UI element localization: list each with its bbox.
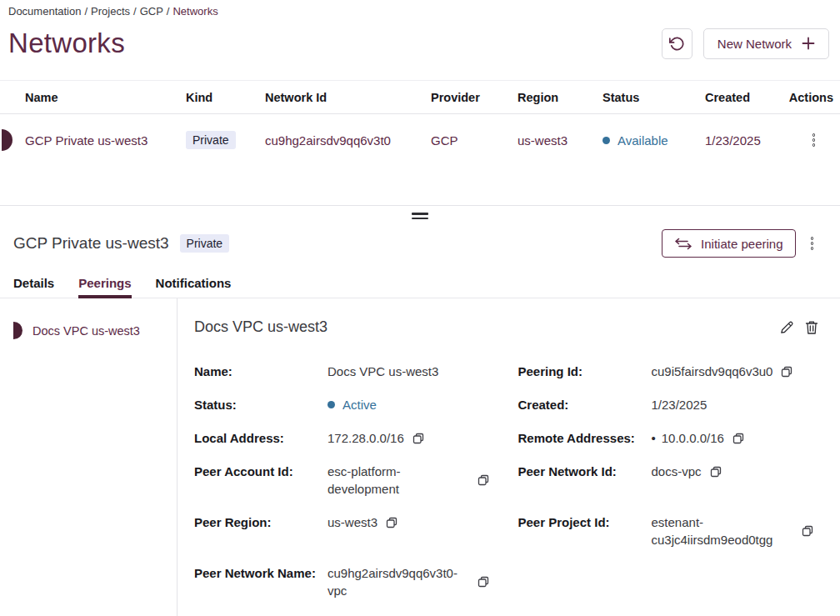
trash-icon: [805, 320, 818, 335]
delete-button[interactable]: [805, 320, 818, 335]
new-network-button[interactable]: New Network: [703, 28, 829, 59]
peering-fields-grid: Name: Docs VPC us-west3 Peering Id: cu9i…: [194, 363, 818, 599]
field-label: Local Address:: [194, 429, 322, 447]
table-header-row: Name Kind Network Id Provider Region Sta…: [0, 80, 840, 114]
field-peer-project-id: Peer Project Id: estenant-cu3jc4iirsdm9e…: [518, 513, 819, 548]
list-bullet: •: [652, 429, 656, 447]
initiate-peering-label: Initiate peering: [701, 237, 782, 251]
field-value: Active: [342, 396, 377, 413]
field-local-address: Local Address: 172.28.0.0/16: [194, 429, 495, 447]
tab-peerings[interactable]: Peerings: [78, 276, 131, 298]
column-header-region: Region: [518, 91, 602, 104]
toolbar: New Network: [662, 28, 829, 59]
edit-pencil-icon: [779, 320, 794, 335]
edit-button[interactable]: [779, 320, 794, 335]
sidebar-item-docs-vpc[interactable]: Docs VPC us-west3: [0, 322, 177, 339]
peerings-sidebar: Docs VPC us-west3: [0, 298, 178, 616]
column-header-status: Status: [602, 91, 705, 104]
field-label: Remote Addresses:: [518, 429, 647, 447]
field-peer-network-id: Peer Network Id: docs-vpc: [518, 463, 819, 498]
breadcrumb-gcp[interactable]: GCP: [140, 5, 163, 18]
network-name-cell[interactable]: GCP Private us-west3: [0, 129, 186, 151]
field-name: Name: Docs VPC us-west3: [194, 363, 495, 380]
detail-kind-badge: Private: [180, 234, 230, 253]
sidebar-item-label: Docs VPC us-west3: [32, 324, 140, 338]
breadcrumb-separator: /: [167, 5, 170, 18]
field-created: Created: 1/23/2025: [518, 396, 819, 413]
network-status-cell: Available: [602, 133, 705, 148]
column-header-network-id: Network Id: [265, 91, 431, 104]
copy-icon[interactable]: [732, 433, 744, 444]
detail-title-wrap: GCP Private us-west3 Private: [13, 234, 229, 253]
copy-icon[interactable]: [710, 466, 722, 478]
network-kind-cell: Private: [186, 131, 265, 149]
plus-icon: [802, 37, 815, 50]
field-value: us-west3: [328, 513, 378, 531]
column-header-kind: Kind: [186, 91, 265, 104]
network-actions-cell: [787, 130, 840, 150]
copy-icon[interactable]: [412, 433, 424, 444]
spacer: [0, 166, 840, 205]
network-created-cell: 1/23/2025: [705, 133, 787, 148]
column-header-provider: Provider: [431, 91, 518, 104]
field-label: Peer Network Id:: [518, 463, 647, 480]
network-region-cell: us-west3: [518, 133, 602, 148]
new-network-label: New Network: [718, 37, 792, 51]
field-label: Created:: [518, 396, 647, 413]
breadcrumb-separator: /: [133, 5, 137, 18]
status-dot-icon: [328, 401, 335, 408]
tab-notifications[interactable]: Notifications: [156, 276, 232, 298]
initiate-peering-button[interactable]: Initiate peering: [662, 229, 795, 258]
field-value: cu9i5fairsdv9qq6v3u0: [652, 363, 773, 380]
tab-details[interactable]: Details: [13, 276, 54, 298]
field-label: Name:: [194, 363, 322, 380]
field-value: 172.28.0.0/16: [328, 429, 404, 447]
field-value: esc-platform-development: [328, 463, 469, 498]
copy-icon[interactable]: [781, 366, 792, 378]
table-row[interactable]: GCP Private us-west3 Private cu9hg2airsd…: [0, 114, 840, 166]
refresh-button[interactable]: [662, 28, 692, 59]
status-dot-icon: [602, 137, 610, 144]
network-provider-cell: GCP: [431, 133, 518, 148]
field-label: Status:: [194, 396, 322, 413]
breadcrumb-documentation[interactable]: Documentation: [8, 5, 81, 18]
kind-badge: Private: [186, 131, 236, 149]
copy-icon[interactable]: [478, 474, 489, 486]
field-label: Peer Network Name:: [194, 564, 322, 582]
breadcrumb: Documentation/Projects/GCP/Networks: [8, 5, 829, 18]
networks-table: Name Kind Network Id Provider Region Sta…: [0, 80, 840, 166]
copy-icon[interactable]: [386, 517, 398, 528]
copy-icon[interactable]: [802, 525, 813, 537]
field-status: Status: Active: [194, 396, 495, 413]
peering-detail-content: Docs VPC us-west3 Name: Docs VPC us-west…: [178, 298, 840, 616]
peering-title: Docs VPC us-west3: [194, 318, 328, 336]
peering-actions: [779, 320, 818, 335]
detail-header-actions: Initiate peering: [662, 229, 817, 258]
detail-tabs: Details Peerings Notifications: [0, 276, 840, 298]
top-section: Documentation/Projects/GCP/Networks Netw…: [0, 0, 840, 62]
field-empty: [518, 564, 819, 599]
peering-half-circle-icon: [13, 322, 22, 339]
column-header-created: Created: [705, 91, 787, 104]
drag-handle-icon[interactable]: [412, 213, 428, 219]
breadcrumb-current: Networks: [172, 5, 218, 18]
breadcrumb-separator: /: [84, 5, 88, 18]
field-value: 10.0.0.0/16: [662, 429, 724, 447]
field-label: Peer Region:: [194, 513, 322, 531]
field-remote-addresses: Remote Addresses: • 10.0.0.0/16: [518, 429, 819, 447]
field-value: docs-vpc: [652, 463, 702, 480]
detail-header: GCP Private us-west3 Private Initiate pe…: [0, 229, 840, 258]
row-kebab-menu-icon[interactable]: [809, 130, 819, 150]
field-peer-region: Peer Region: us-west3: [194, 513, 495, 548]
peerings-panes: Docs VPC us-west3 Docs VPC us-west3 Name…: [0, 298, 840, 616]
field-peer-network-name: Peer Network Name: cu9hg2airsdv9qq6v3t0-…: [194, 564, 495, 599]
network-name: GCP Private us-west3: [25, 133, 148, 148]
field-value: cu9hg2airsdv9qq6v3t0-vpc: [328, 564, 469, 599]
swap-arrows-icon: [674, 238, 692, 250]
breadcrumb-projects[interactable]: Projects: [91, 5, 130, 18]
field-value: estenant-cu3jc4iirsdm9eod0tgg: [652, 513, 793, 548]
copy-icon[interactable]: [478, 576, 489, 588]
field-label: Peer Project Id:: [518, 513, 647, 531]
refresh-icon: [669, 36, 685, 52]
detail-kebab-menu-icon[interactable]: [808, 233, 818, 253]
